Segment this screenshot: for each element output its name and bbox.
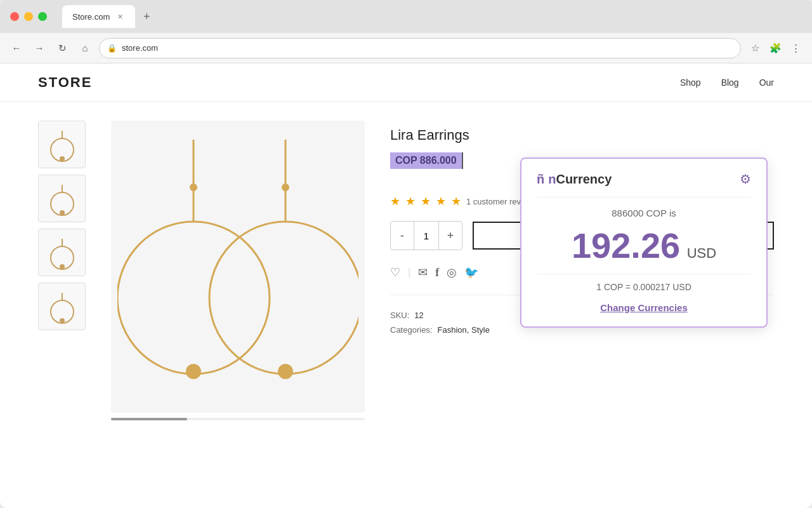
bookmark-button[interactable]: ☆ [746, 39, 764, 57]
maximize-button[interactable] [38, 12, 47, 21]
store-header: STORE Shop Blog Our [0, 64, 812, 102]
home-button[interactable]: ⌂ [76, 39, 94, 57]
store-nav: Shop Blog Our [680, 77, 774, 88]
popup-amount-currency: USD [687, 245, 716, 261]
new-tab-button[interactable]: + [138, 8, 155, 25]
facebook-icon[interactable]: f [435, 266, 439, 279]
nav-our[interactable]: Our [759, 77, 774, 88]
twitter-icon[interactable]: 🐦 [464, 265, 478, 279]
reload-button[interactable]: ↻ [53, 39, 71, 57]
svg-point-21 [278, 364, 293, 379]
social-divider-1: | [408, 267, 410, 278]
title-bar: Store.com ✕ + [0, 0, 812, 33]
extension-button[interactable]: 🧩 [766, 39, 784, 57]
wishlist-icon[interactable]: ♡ [390, 265, 400, 279]
store-logo: STORE [38, 74, 92, 91]
image-indicator [111, 418, 365, 420]
nav-actions: ☆ 🧩 ⋮ [746, 39, 804, 57]
email-share-icon[interactable]: ✉ [418, 265, 428, 279]
svg-point-15 [117, 222, 270, 374]
settings-icon[interactable]: ⚙ [740, 171, 751, 187]
popup-converted-amount: 192.26 USD [537, 225, 751, 266]
browser-frame: Store.com ✕ + ← → ↻ ⌂ 🔒 store.com ☆ 🧩 ⋮ … [0, 0, 812, 508]
menu-button[interactable]: ⋮ [787, 39, 804, 57]
star-2: ★ [405, 194, 416, 208]
popup-from-text: 886000 COP is [537, 208, 751, 218]
svg-point-13 [190, 184, 197, 191]
brand-text: Currency [556, 172, 612, 186]
categories-label: Categories: [390, 325, 432, 335]
popup-change-currencies: Change Currencies [537, 302, 751, 314]
thumbnail-1[interactable] [38, 121, 86, 168]
qty-increase-button[interactable]: + [439, 222, 462, 250]
svg-point-16 [186, 364, 201, 379]
qty-decrease-button[interactable]: - [391, 222, 414, 250]
product-price: COP 886.000 [390, 152, 463, 169]
brand-icon: ñ [537, 172, 544, 187]
lock-icon: 🔒 [107, 44, 117, 53]
main-product-image [111, 121, 365, 413]
incurrency-popup: ñ nCurrency ⚙ 886000 COP is 192.26 USD 1… [520, 157, 768, 328]
svg-point-8 [60, 264, 65, 269]
nav-shop[interactable]: Shop [680, 77, 701, 88]
brand-n: n [548, 172, 556, 186]
address-bar[interactable]: 🔒 store.com [99, 38, 741, 58]
close-button[interactable] [10, 12, 19, 21]
tab-bar: Store.com ✕ + [62, 5, 155, 28]
svg-point-5 [60, 210, 65, 215]
svg-point-11 [60, 318, 65, 323]
sku-label: SKU: [390, 311, 409, 320]
quantity-control: - 1 + [390, 221, 462, 250]
categories-value: Fashion, Style [437, 325, 489, 335]
popup-amount-value: 192.26 [572, 225, 680, 265]
svg-point-20 [209, 222, 358, 374]
minimize-button[interactable] [24, 12, 33, 21]
qty-value: 1 [414, 222, 439, 250]
thumbnail-2[interactable] [38, 175, 86, 222]
thumbnail-3[interactable] [38, 229, 86, 276]
active-tab[interactable]: Store.com ✕ [62, 5, 135, 28]
change-currencies-button[interactable]: Change Currencies [600, 302, 688, 313]
product-title: Lira Earrings [390, 127, 774, 144]
popup-rate-text: 1 COP = 0.000217 USD [537, 282, 751, 292]
back-button[interactable]: ← [8, 39, 25, 57]
svg-point-2 [60, 156, 65, 161]
instagram-icon[interactable]: ◎ [447, 265, 457, 279]
tab-title: Store.com [72, 12, 110, 22]
page-content: STORE Shop Blog Our [0, 64, 812, 508]
star-5: ★ [451, 194, 461, 208]
popup-divider [537, 274, 751, 274]
tab-close-button[interactable]: ✕ [115, 11, 125, 22]
star-1: ★ [390, 194, 400, 208]
popup-brand: ñ nCurrency [537, 172, 612, 187]
thumbnail-list [38, 121, 86, 420]
forward-button[interactable]: → [30, 39, 48, 57]
star-4: ★ [436, 194, 446, 208]
nav-bar: ← → ↻ ⌂ 🔒 store.com ☆ 🧩 ⋮ [0, 33, 812, 64]
nav-blog[interactable]: Blog [721, 77, 739, 88]
sku-value: 12 [414, 311, 423, 320]
star-3: ★ [421, 194, 431, 208]
url-text: store.com [122, 43, 158, 53]
svg-point-18 [282, 184, 289, 191]
thumbnail-4[interactable] [38, 283, 86, 330]
traffic-lights [10, 12, 47, 21]
popup-header: ñ nCurrency ⚙ [537, 171, 751, 197]
